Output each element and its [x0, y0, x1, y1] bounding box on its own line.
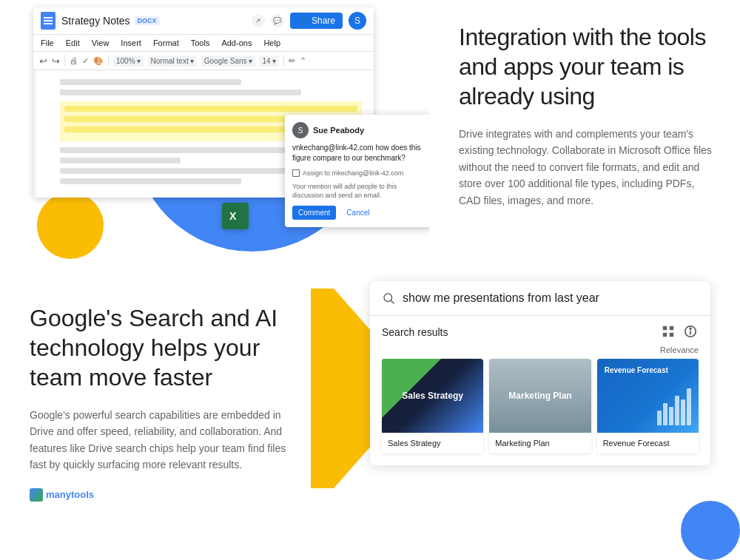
result-card-marketing[interactable]: Marketing Plan Marketing Plan: [489, 359, 591, 453]
menu-file[interactable]: File: [41, 36, 54, 50]
toolbar-paint[interactable]: 🎨: [93, 56, 104, 66]
revenue-thumb-text: Revenue Forecast: [605, 366, 668, 374]
docs-window: Strategy Notes DOCX ↗ 💬 👤 Share S File E…: [33, 7, 374, 198]
text-line: [60, 158, 181, 163]
font-dropdown[interactable]: Google Sans ▾: [201, 55, 255, 67]
svg-rect-4: [670, 326, 673, 330]
docs-mockup: Strategy Notes DOCX ↗ 💬 👤 Share S File E…: [0, 0, 429, 266]
size-value: 14: [263, 57, 271, 65]
result-card-sales[interactable]: Sales Strategy Sales Strategy: [382, 359, 483, 453]
comment-assign-row: Assign to mkechang@link-42.com: [292, 169, 426, 177]
comment-popup: S Sue Peabody vnkechang@link-42.com how …: [285, 115, 429, 227]
sales-triangle-decoration: [382, 359, 441, 418]
search-mockup-area: show me presentations from last year Sea…: [311, 266, 740, 560]
share-label: Share: [312, 16, 335, 26]
text-line: [60, 178, 241, 184]
menu-insert[interactable]: Insert: [121, 36, 141, 50]
svg-text:X: X: [229, 210, 237, 222]
menu-view[interactable]: View: [92, 36, 110, 50]
search-bar: show me presentations from last year: [370, 281, 710, 316]
text-line: [64, 106, 357, 112]
search-results-header: Search results: [370, 316, 710, 345]
toolbar-print[interactable]: 🖨: [70, 56, 78, 65]
comment-body: vnkechang@link-42.com how does this figu…: [292, 143, 426, 163]
svg-rect-3: [663, 326, 667, 330]
marketing-thumb-text: Marketing Plan: [508, 391, 571, 401]
svg-rect-6: [670, 333, 673, 337]
cancel-button[interactable]: Cancel: [340, 206, 375, 220]
excel-file-icon: X: [222, 203, 249, 229]
menu-edit[interactable]: Edit: [66, 36, 80, 50]
result-card-revenue[interactable]: Revenue Forecast Revenue Forecast: [597, 359, 699, 453]
docs-header-icons: ↗ 💬 👤 Share S: [252, 12, 366, 30]
docs-app-icon: [41, 12, 56, 30]
search-query: show me presentations from last year: [403, 291, 699, 305]
text-line: [60, 79, 241, 85]
search-results-icons: [662, 325, 699, 340]
result-label-marketing: Marketing Plan: [489, 433, 591, 453]
comment-actions: Comment Cancel: [292, 206, 426, 220]
search-results-label: Search results: [382, 326, 448, 338]
svg-point-9: [690, 328, 691, 330]
font-chevron: ▾: [249, 57, 252, 65]
assign-label: Assign to mkechang@link-42.com: [303, 169, 403, 177]
svg-rect-5: [663, 333, 667, 337]
trend-icon[interactable]: ↗: [252, 14, 265, 27]
integration-heading: Integration with the tools and apps your…: [459, 22, 718, 111]
comment-author-avatar: S: [292, 122, 309, 138]
style-value: Normal text: [151, 57, 189, 65]
comment-button[interactable]: Comment: [292, 206, 336, 220]
share-button[interactable]: 👤 Share: [290, 13, 343, 29]
menu-format[interactable]: Format: [153, 36, 179, 50]
size-dropdown[interactable]: 14 ▾: [260, 55, 279, 67]
toolbar-undo[interactable]: ↩: [39, 55, 47, 67]
manytools-label: manytools: [46, 489, 94, 500]
revenue-chart: [657, 388, 691, 425]
search-icon: [382, 291, 395, 305]
svg-line-2: [391, 300, 394, 303]
docs-title: Strategy Notes: [61, 15, 130, 27]
search-heading: Google's Search and AI technology helps …: [30, 303, 289, 392]
user-avatar: S: [349, 12, 366, 30]
relevance-label: Relevance: [370, 345, 710, 359]
docs-content: S Sue Peabody vnkechang@link-42.com how …: [33, 70, 374, 198]
menu-help[interactable]: Help: [263, 36, 280, 50]
info-icon[interactable]: [684, 325, 699, 340]
toolbar-redo[interactable]: ↪: [52, 55, 60, 67]
svg-point-1: [384, 294, 392, 302]
size-chevron: ▾: [272, 57, 276, 65]
docs-menu-bar: File Edit View Insert Format Tools Add-o…: [33, 35, 374, 52]
docs-toolbar: ↩ ↪ 🖨 ✓ 🎨 100% ▾ Normal text ▾ Google Sa…: [33, 52, 374, 70]
results-grid: Sales Strategy Sales Strategy Marketing …: [370, 359, 710, 465]
integration-text-area: Integration with the tools and apps your…: [429, 0, 740, 266]
style-chevron: ▾: [190, 57, 194, 65]
menu-tools[interactable]: Tools: [191, 36, 210, 50]
search-panel: show me presentations from last year Sea…: [370, 281, 710, 465]
search-text-area: Google's Search and AI technology helps …: [0, 266, 311, 560]
font-value: Google Sans: [204, 57, 247, 65]
comment-icon[interactable]: 💬: [271, 14, 284, 27]
comment-author-name: Sue Peabody: [313, 126, 364, 135]
comment-reply-info: Your mention will add people to this dis…: [292, 183, 426, 200]
toolbar-spell[interactable]: ✓: [82, 56, 89, 66]
integration-description: Drive integrates with and complements yo…: [459, 126, 718, 209]
text-line: [60, 168, 301, 174]
menu-addons[interactable]: Add-ons: [221, 36, 252, 50]
style-dropdown[interactable]: Normal text ▾: [148, 55, 197, 67]
result-label-sales: Sales Strategy: [382, 433, 483, 453]
docx-badge: DOCX: [135, 16, 160, 25]
zoom-dropdown[interactable]: 100% ▾: [113, 55, 144, 67]
manytools-badge: manytools: [30, 488, 289, 502]
grid-view-icon[interactable]: [662, 325, 676, 340]
share-icon: 👤: [297, 16, 309, 26]
zoom-chevron: ▾: [137, 57, 141, 65]
text-line: [64, 126, 299, 132]
yellow-circle-decoration: [37, 192, 104, 259]
toolbar-edit[interactable]: ✏: [289, 56, 295, 66]
assign-checkbox[interactable]: [292, 169, 300, 177]
toolbar-expand[interactable]: ⌃: [300, 56, 306, 66]
sales-thumb-text: Sales Strategy: [402, 391, 463, 401]
zoom-value: 100%: [116, 57, 135, 65]
manytools-icon: [30, 488, 43, 502]
text-line: [60, 90, 301, 95]
